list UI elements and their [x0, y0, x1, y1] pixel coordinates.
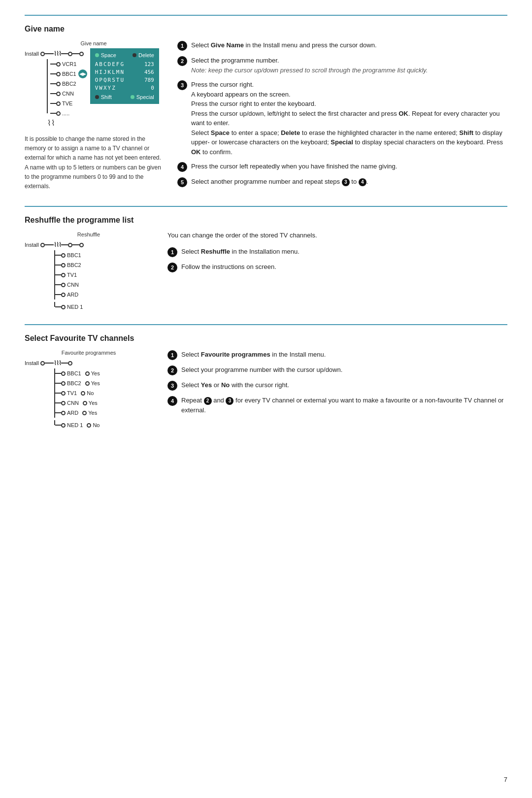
fav-ned1-row: NED 1 No [54, 418, 153, 428]
fav-step-2: 2 Select your programme number with the … [167, 365, 507, 375]
fav-ned1-name: NED 1 [67, 422, 83, 428]
reshuffle-cnn-row: CNN [54, 280, 153, 290]
channel-dots-name: ..... [62, 110, 69, 116]
keyboard-box: Space Delete ABCDEFG 123 HIJKLMN [90, 48, 159, 104]
channel-tve-circle [56, 101, 61, 106]
fav-tv1-circle [61, 391, 66, 396]
fav-step-ref-3: 3 [226, 397, 233, 405]
channel-cnn-circle [56, 92, 61, 96]
fav-bbc1-value: Yes [91, 370, 100, 376]
step-4-text: Press the cursor left repeatedly when yo… [191, 162, 397, 171]
kb-nums-4: 0 [151, 85, 154, 91]
channel-tve-row: TVE [44, 99, 87, 108]
channel-tve-name: TVE [62, 100, 72, 106]
reshuffle-tv1-circle [61, 273, 66, 277]
fav-tv1-name: TV1 [67, 390, 77, 396]
kb-row-4: VWXYZ 0 [95, 85, 154, 91]
reshuffle-step-1: 1 Select Reshuffle in the Installation m… [167, 247, 507, 257]
reshuffle-bbc2-name: BBC2 [67, 262, 81, 268]
channel-cnn-row: CNN [44, 89, 87, 99]
fav-step-2-num: 2 [167, 366, 177, 375]
favourite-diagram-label: Favourite programmes [25, 350, 153, 356]
give-name-left-diagram: Install ⌇⌇⌇ [25, 48, 87, 128]
fav-bbc2-name: BBC2 [67, 380, 81, 386]
favourite-left-panel: Favourite programmes Install ⌇⌇⌇ BBC1 [25, 350, 153, 428]
fav-step-4-text: Repeat 2 and 3 for every TV channel or e… [181, 396, 507, 415]
step-1-text: Select Give Name in the Install menu and… [191, 40, 377, 50]
reshuffle-diagram: Install ⌇⌇⌇ BBC1 [25, 239, 153, 309]
fav-step-4: 4 Repeat 2 and 3 for every TV channel or… [167, 396, 507, 415]
fav-step-3-num: 3 [167, 381, 177, 391]
reshuffle-ard-name: ARD [67, 292, 78, 298]
reshuffle-cnn-circle [61, 283, 66, 287]
kb-chars-3: OPQRSTU [95, 77, 125, 83]
kb-nums-1: 123 [144, 61, 154, 67]
kb-row-1: ABCDEFG 123 [95, 61, 154, 67]
fav-tv1-value-circle [81, 391, 85, 396]
step-4-num: 4 [177, 162, 187, 172]
kb-nums-3: 789 [144, 77, 154, 83]
reshuffle-description: You can change the order of the stored T… [167, 232, 507, 239]
reshuffle-tv1-name: TV1 [67, 272, 77, 278]
favourite-diagram: Install ⌇⌇⌇ BBC1 Yes [25, 358, 153, 428]
page-number: 7 [504, 776, 507, 783]
reshuffle-coil: ⌇⌇⌇ [54, 242, 61, 248]
give-name-content: Give name Install ⌇⌇⌇ [25, 40, 507, 191]
reshuffle-right-panel: You can change the order of the stored T… [167, 232, 507, 272]
kb-chars-4: VWXYZ [95, 85, 116, 91]
space-label: Space [101, 52, 116, 58]
special-btn: Special [131, 94, 154, 100]
favourite-content: Favourite programmes Install ⌇⌇⌇ BBC1 [25, 350, 507, 428]
channel-cnn-name: CNN [62, 91, 74, 97]
hline3 [72, 53, 79, 54]
step-2-num: 2 [177, 56, 187, 66]
shift-label: Shift [101, 94, 112, 100]
favourite-right-panel: 1 Select Favourite programmes in the Ins… [167, 350, 507, 415]
fav-bbc2-value-circle [85, 381, 90, 386]
reshuffle-bbc1-row: BBC1 [54, 250, 153, 260]
keyboard-top-row: Space Delete [95, 52, 154, 58]
reshuffle-bbc2-circle [61, 263, 66, 267]
selected-indicator: ◀▶ [78, 69, 87, 78]
install-circle-end [79, 52, 84, 56]
fav-cnn-row: CNN Yes [54, 398, 153, 408]
fav-step-1-text: Select Favourite programmes in the Insta… [181, 350, 326, 360]
channel-vcr1-row: VCR1 [44, 59, 87, 69]
space-dot [95, 53, 99, 57]
install-row: Install ⌇⌇⌇ [25, 48, 87, 59]
reshuffle-left-panel: Reshuffle Install ⌇⌇⌇ [25, 232, 153, 309]
reshuffle-step-2-text: Follow the instructions on screen. [181, 262, 276, 272]
keyboard-bottom-row: Shift Special [95, 94, 154, 100]
fav-ard-value-circle [82, 411, 87, 415]
special-label: Special [136, 94, 154, 100]
step-1: 1 Select Give Name in the Install menu a… [177, 40, 507, 51]
special-dot [131, 95, 134, 99]
reshuffle-install-row: Install ⌇⌇⌇ [25, 239, 153, 250]
give-name-steps: 1 Select Give Name in the Install menu a… [177, 40, 507, 187]
step-2-text: Select the programme number.Note: keep t… [191, 56, 428, 75]
hline1 [45, 53, 54, 54]
channel-vcr1-name: VCR1 [62, 61, 76, 67]
fav-step-1: 1 Select Favourite programmes in the Ins… [167, 350, 507, 360]
reshuffle-ard-row: ARD [54, 290, 153, 299]
fav-bbc1-name: BBC1 [67, 370, 81, 376]
reshuffle-step-1-num: 1 [167, 247, 177, 257]
give-name-section: Give name Give name Install ⌇⌇⌇ [25, 15, 507, 191]
fav-bbc1-circle [61, 371, 66, 376]
scroll-icon: ⌇⌇ [47, 118, 87, 128]
reshuffle-step-2-num: 2 [167, 263, 177, 272]
reshuffle-circle-end [79, 243, 84, 247]
fav-install-circle-open [40, 361, 45, 366]
fav-ned1-circle [61, 423, 66, 428]
kb-chars-1: ABCDEFG [95, 61, 125, 67]
fav-install-row: Install ⌇⌇⌇ [25, 358, 153, 368]
channel-vcr1-circle [56, 62, 61, 66]
reshuffle-ard-circle [61, 293, 66, 297]
reshuffle-content: Reshuffle Install ⌇⌇⌇ [25, 232, 507, 309]
channel-bbc2-name: BBC2 [62, 81, 76, 87]
step-ref-3: 3 [342, 178, 350, 186]
give-name-diagram-label: Give name [25, 40, 163, 46]
fav-cnn-value: Yes [89, 400, 98, 406]
reshuffle-bbc1-name: BBC1 [67, 252, 81, 258]
fav-coil: ⌇⌇⌇ [54, 360, 61, 366]
